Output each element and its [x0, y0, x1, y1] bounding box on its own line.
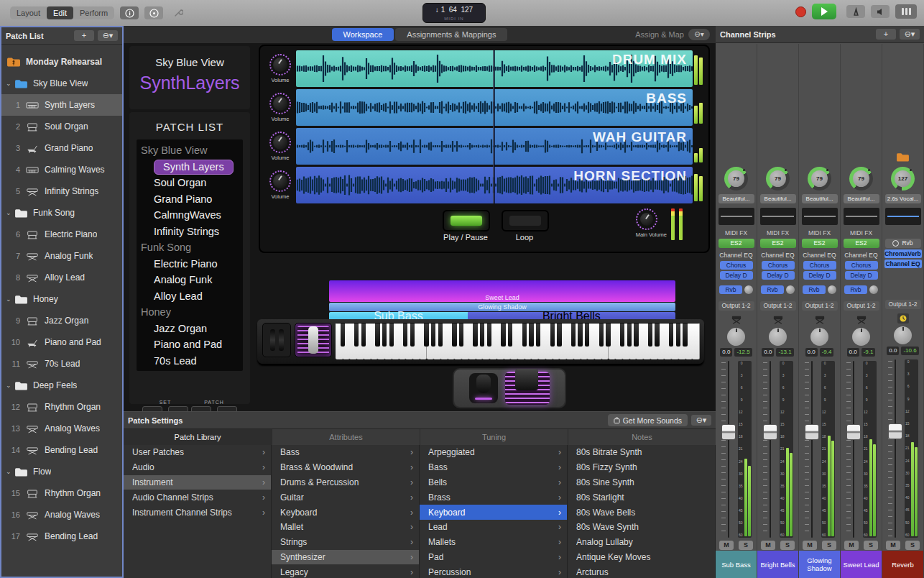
piano-key-black[interactable] — [529, 324, 533, 347]
bus-input-button[interactable]: Rvb — [885, 239, 921, 248]
browser-row[interactable]: 80s Wave Bells — [568, 505, 715, 520]
patch-settings-action-menu[interactable]: ⊖▾ — [691, 415, 711, 426]
fader-cap[interactable] — [846, 424, 861, 440]
mute-button[interactable]: M — [844, 541, 859, 550]
output-slot[interactable]: Output 1-2 — [760, 301, 796, 311]
display-patch-row[interactable]: Grand Piano — [137, 191, 243, 208]
browser-row[interactable]: Bells› — [420, 475, 567, 490]
volume-knob[interactable] — [269, 93, 291, 114]
browser-row[interactable]: 80s Bitrate Synth — [568, 445, 715, 460]
preset-name[interactable]: Beautiful... — [760, 194, 796, 203]
preset-name[interactable]: Beautiful... — [844, 194, 879, 203]
eq-thumbnail[interactable] — [760, 208, 796, 225]
mode-layout[interactable]: Layout — [10, 6, 47, 19]
plugin-slot[interactable]: ChromaVerb — [884, 249, 922, 258]
disclosure-triangle-icon[interactable]: ⌄ — [6, 80, 13, 87]
instrument-slot[interactable]: ES2 — [802, 239, 838, 248]
display-patch-row[interactable]: 70s Lead — [137, 353, 243, 370]
mod-wheel-glow[interactable] — [295, 323, 332, 357]
send-knob[interactable] — [744, 285, 753, 294]
browser-row[interactable]: Antique Key Moves — [568, 550, 715, 565]
output-slot[interactable]: Output 1-2 — [844, 301, 879, 311]
browser-row[interactable]: Instrument› — [124, 475, 271, 490]
mute-button[interactable]: M — [886, 541, 900, 550]
eq-thumbnail[interactable] — [719, 208, 754, 225]
set-row[interactable]: ⌄Flow — [1, 461, 122, 482]
plugin-slot[interactable]: Delay D — [762, 271, 795, 280]
piano-key-black[interactable] — [634, 324, 638, 347]
tab-assignments-mappings[interactable]: Assignments & Mappings — [395, 28, 507, 41]
browser-row[interactable]: Keyboard› — [420, 505, 567, 520]
display-patch-row[interactable]: Soul Organ — [137, 175, 243, 191]
mode-edit[interactable]: Edit — [47, 6, 73, 19]
layer-sweet-lead[interactable]: Sweet Lead — [329, 280, 675, 302]
piano-key-black[interactable] — [452, 324, 456, 347]
eq-plugin-label[interactable]: Channel EQ — [803, 251, 836, 260]
send-button[interactable]: Rvb — [761, 285, 784, 294]
strip-name[interactable]: Glowing Shadow — [799, 551, 840, 578]
patch-row[interactable]: 1Synth Layers — [1, 94, 122, 116]
piano-key-black[interactable] — [599, 324, 604, 347]
fader-cap[interactable] — [721, 424, 736, 440]
mute-button[interactable]: M — [761, 541, 775, 550]
disclosure-triangle-icon[interactable]: ⌄ — [6, 468, 13, 475]
channel-strip[interactable]: 79Beautiful...MIDI FXES2Channel EQChorus… — [716, 44, 757, 578]
eq-thumbnail[interactable] — [885, 208, 921, 225]
patch-settings-tab-notes[interactable]: Notes — [568, 429, 716, 445]
patch-info-display[interactable]: Sky Blue View SynthLayers — [129, 46, 250, 109]
strip-name[interactable]: Bright Bells — [757, 551, 798, 578]
solo-button[interactable]: S — [822, 541, 836, 550]
piano-key-black[interactable] — [473, 324, 477, 347]
eq-thumbnail[interactable] — [844, 208, 879, 225]
browser-row[interactable]: User Patches› — [124, 445, 271, 460]
browser-row[interactable]: Guitar› — [272, 490, 419, 505]
piano-key-black[interactable] — [627, 324, 632, 347]
eq-plugin-label[interactable]: Channel EQ — [719, 251, 752, 260]
channel-strip[interactable]: 1272.6s Vocal... RvbChromaVerbChannel EQ… — [882, 44, 924, 578]
display-set-row[interactable]: Honey — [137, 304, 243, 321]
browser-row[interactable]: 80s Wave Synth — [568, 520, 715, 535]
browser-row[interactable]: Brass & Woodwind› — [272, 460, 419, 475]
channel-strip[interactable]: 79Beautiful...MIDI FXES2Channel EQChorus… — [757, 44, 799, 578]
disclosure-triangle-icon[interactable]: ⌄ — [6, 295, 13, 303]
piano-key-black[interactable] — [382, 324, 387, 347]
patch-list-action-menu[interactable]: ⊖▾ — [98, 30, 118, 41]
plugin-slot[interactable]: Chorus — [762, 261, 795, 270]
patch-row[interactable]: 3Grand Piano — [1, 137, 122, 159]
patch-settings-tab-tuning[interactable]: Tuning — [420, 429, 568, 445]
plugin-slot[interactable]: Delay D — [803, 271, 836, 280]
output-slot[interactable]: Output 1-2 — [885, 300, 921, 309]
patch-list-display[interactable]: PATCH LIST Sky Blue ViewSynth LayersSoul… — [129, 112, 250, 404]
pan-knob[interactable] — [810, 328, 828, 346]
browser-row[interactable]: Mallet› — [272, 520, 419, 535]
patch-row[interactable]: 8Alloy Lead — [1, 267, 122, 288]
piano-key-black[interactable] — [620, 324, 624, 347]
channel-strips-action-menu[interactable]: ⊖▾ — [900, 29, 920, 40]
browser-row[interactable]: Bass› — [420, 460, 567, 475]
solo-button[interactable]: S — [780, 541, 795, 550]
instrument-slot[interactable]: ES2 — [844, 239, 879, 248]
patch-settings-tab-attributes[interactable]: Attributes — [272, 429, 420, 445]
piano-key-black[interactable] — [585, 324, 589, 347]
fader[interactable] — [888, 358, 902, 539]
browser-row[interactable]: Percussion› — [420, 564, 567, 578]
solo-button[interactable]: S — [864, 541, 878, 550]
eq-plugin-label[interactable]: Channel EQ — [761, 251, 794, 260]
patch-settings-tab-patch-library[interactable]: Patch Library — [124, 429, 272, 445]
strip-name[interactable]: Reverb — [882, 551, 923, 578]
plugin-slot[interactable]: Delay D — [720, 271, 753, 280]
pan-knob[interactable] — [727, 328, 745, 346]
patch-row[interactable]: 17Bending Lead — [1, 526, 122, 547]
browser-row[interactable]: Audio Channel Strips› — [124, 490, 271, 505]
display-set-row[interactable]: Sky Blue View — [137, 142, 243, 159]
piano-key-black[interactable] — [508, 324, 512, 347]
metronome-icon[interactable] — [846, 5, 865, 18]
browser-row[interactable]: Keyboard› — [272, 505, 419, 520]
piano-key-black[interactable] — [571, 324, 576, 347]
concert-row[interactable]: Monday Rehearsal — [1, 51, 122, 73]
patch-row[interactable]: 6Electric Piano — [1, 224, 122, 245]
browser-row[interactable]: Pad› — [420, 550, 567, 565]
pan-knob[interactable] — [894, 326, 912, 344]
patch-row[interactable]: 4Calming Waves — [1, 159, 122, 180]
fader-cap[interactable] — [805, 424, 819, 440]
